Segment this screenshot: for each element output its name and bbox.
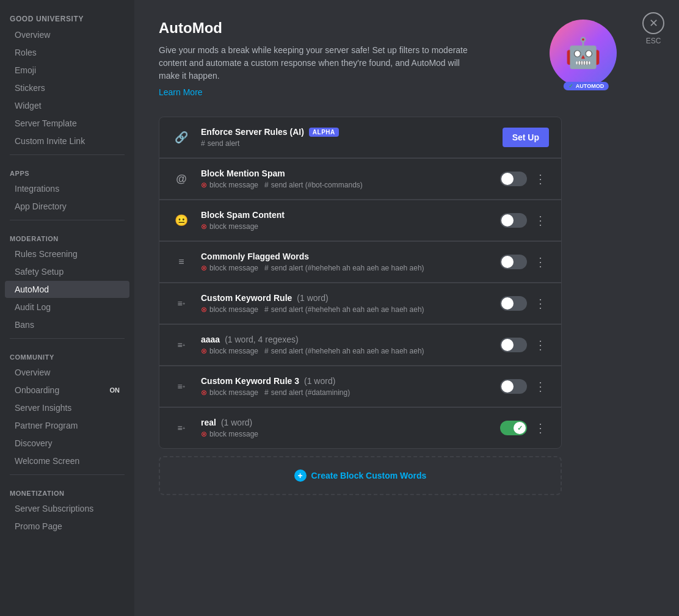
learn-more-link[interactable]: Learn More (159, 87, 535, 97)
rule-meta-real: ⊗ block message (201, 430, 490, 438)
sidebar-item-server-insights[interactable]: Server Insights (5, 399, 129, 416)
rule-icon-link: 🔗 (172, 128, 191, 147)
rule-controls-commonly-flagged: ⋮ (500, 252, 549, 272)
hash-icon: # (264, 388, 269, 397)
sidebar-item-bans[interactable]: Bans (5, 316, 129, 333)
sidebar-item-discovery[interactable]: Discovery (5, 435, 129, 452)
rule-title-aaaa: aaaa (1 word, 4 regexes) (201, 335, 490, 344)
rule-meta-spam-content: ⊗ block message (201, 222, 490, 231)
cancel-icon: ⊗ (201, 181, 207, 189)
sidebar-item-audit-log[interactable]: Audit Log (5, 299, 129, 316)
sidebar-item-onboarding[interactable]: Onboarding ON (5, 382, 129, 399)
meta-block-msg-6: ⊗ block message (201, 388, 258, 397)
more-button-aaaa[interactable]: ⋮ (532, 335, 549, 355)
toggle-real[interactable] (500, 421, 527, 435)
rule-title-spam-content: Block Spam Content (201, 210, 490, 220)
meta-block-msg-5: ⊗ block message (201, 347, 258, 355)
meta-send-alert-3: # send alert (#heheheh ah eah aeh ae hae… (264, 264, 424, 272)
sidebar-item-server-template[interactable]: Server Template (5, 115, 129, 132)
cancel-icon: ⊗ (201, 264, 207, 272)
rule-card-custom-keyword: ≡+ Custom Keyword Rule (1 word) ⊗ block … (159, 283, 562, 324)
meta-send-alert-5: # send alert (#heheheh ah eah aeh ae hae… (264, 347, 424, 355)
rule-controls-mention-spam: ⋮ (500, 169, 549, 189)
rule-icon-real: ≡+ (172, 418, 191, 438)
toggle-aaaa[interactable] (500, 338, 527, 352)
rule-meta-mention-spam: ⊗ block message # send alert (#bot-comma… (201, 181, 490, 189)
sidebar-item-roles[interactable]: Roles (5, 44, 129, 61)
rule-subtitle-aaaa: (1 word, 4 regexes) (225, 335, 299, 344)
rule-info-enforce: Enforce Server Rules (AI) ALPHA # send a… (201, 127, 493, 148)
more-button-custom-keyword[interactable]: ⋮ (532, 294, 549, 313)
toggle-custom-keyword-3[interactable] (500, 379, 527, 394)
cancel-icon: ⊗ (201, 222, 207, 231)
mascot-badge: ✓ AUTOMOD (564, 82, 609, 90)
divider-moderation (10, 220, 125, 220)
rule-title-enforce: Enforce Server Rules (AI) ALPHA (201, 127, 493, 137)
more-button-commonly-flagged[interactable]: ⋮ (532, 252, 549, 272)
rule-controls-real: ⋮ (500, 418, 549, 438)
community-section-header: COMMUNITY (0, 344, 134, 363)
rule-card-block-mention-spam: @ Block Mention Spam ⊗ block message # s… (159, 158, 562, 200)
sidebar-item-promo-page[interactable]: Promo Page (5, 518, 129, 535)
setup-button[interactable]: Set Up (503, 128, 549, 147)
alpha-badge: ALPHA (309, 128, 339, 137)
sidebar-item-rules-screening[interactable]: Rules Screening (5, 245, 129, 263)
moderation-section-header: MODERATION (0, 225, 134, 245)
rule-controls-enforce: Set Up (503, 128, 549, 147)
rule-info-spam-content: Block Spam Content ⊗ block message (201, 210, 490, 231)
toggle-knob (501, 173, 514, 185)
rule-icon-lines: ≡ (172, 252, 191, 272)
more-button-mention-spam[interactable]: ⋮ (532, 169, 549, 189)
sidebar-item-widget[interactable]: Widget (5, 97, 129, 114)
rule-subtitle-real: (1 word) (221, 418, 252, 427)
sidebar-item-overview[interactable]: Overview (5, 26, 129, 43)
rule-title-custom-keyword: Custom Keyword Rule (1 word) (201, 293, 490, 303)
divider-community (10, 338, 125, 339)
more-button-real[interactable]: ⋮ (532, 418, 549, 438)
toggle-knob (501, 214, 514, 226)
hash-icon: # (201, 139, 205, 148)
close-icon[interactable]: ✕ (642, 12, 664, 34)
toggle-commonly-flagged[interactable] (500, 255, 527, 269)
more-button-custom-keyword-3[interactable]: ⋮ (532, 377, 549, 396)
rule-controls-spam-content: ⋮ (500, 211, 549, 230)
toggle-knob (501, 339, 514, 351)
toggle-spam-content[interactable] (500, 213, 527, 228)
rule-card-custom-keyword-3: ≡+ Custom Keyword Rule 3 (1 word) ⊗ bloc… (159, 366, 562, 407)
rule-card-block-spam-content: 😐 Block Spam Content ⊗ block message ⋮ (159, 200, 562, 241)
close-label: ESC (646, 37, 661, 45)
rule-meta-commonly-flagged: ⊗ block message # send alert (#heheheh a… (201, 264, 490, 272)
rules-list: 🔗 Enforce Server Rules (AI) ALPHA # send… (159, 117, 562, 449)
meta-send-alert-6: # send alert (#datamining) (264, 388, 350, 397)
rule-meta-enforce: # send alert (201, 139, 493, 148)
sidebar-item-automod[interactable]: AutoMod (5, 281, 129, 298)
rule-info-custom-keyword-3: Custom Keyword Rule 3 (1 word) ⊗ block m… (201, 376, 490, 397)
sidebar-item-community-overview[interactable]: Overview (5, 364, 129, 381)
sidebar-item-custom-invite-link[interactable]: Custom Invite Link (5, 132, 129, 150)
rule-controls-aaaa: ⋮ (500, 335, 549, 355)
toggle-custom-keyword[interactable] (500, 296, 527, 311)
rule-icon-aaaa: ≡+ (172, 335, 191, 355)
create-block-button[interactable]: + Create Block Custom Words (159, 456, 562, 495)
sidebar-item-stickers[interactable]: Stickers (5, 79, 129, 96)
cancel-icon: ⊗ (201, 305, 207, 314)
toggle-knob (501, 380, 514, 393)
rule-info-mention-spam: Block Mention Spam ⊗ block message # sen… (201, 168, 490, 189)
meta-block-msg-7: ⊗ block message (201, 430, 258, 438)
toggle-mention-spam[interactable] (500, 172, 527, 186)
sidebar-item-safety-setup[interactable]: Safety Setup (5, 263, 129, 280)
rule-controls-custom-keyword-3: ⋮ (500, 377, 549, 396)
close-button-area[interactable]: ✕ ESC (642, 12, 664, 45)
sidebar-item-partner-program[interactable]: Partner Program (5, 417, 129, 434)
more-button-spam-content[interactable]: ⋮ (532, 211, 549, 230)
plus-circle-icon: + (294, 469, 307, 482)
sidebar-item-integrations[interactable]: Integrations (5, 180, 129, 197)
mascot-circle: 🤖 (550, 20, 617, 87)
sidebar-item-server-subscriptions[interactable]: Server Subscriptions (5, 500, 129, 517)
toggle-knob (514, 422, 526, 434)
sidebar-item-emoji[interactable]: Emoji (5, 62, 129, 79)
sidebar-item-app-directory[interactable]: App Directory (5, 198, 129, 215)
header-text: AutoMod Give your mods a break while kee… (159, 20, 535, 97)
sidebar-item-welcome-screen[interactable]: Welcome Screen (5, 452, 129, 469)
hash-icon: # (264, 347, 269, 355)
